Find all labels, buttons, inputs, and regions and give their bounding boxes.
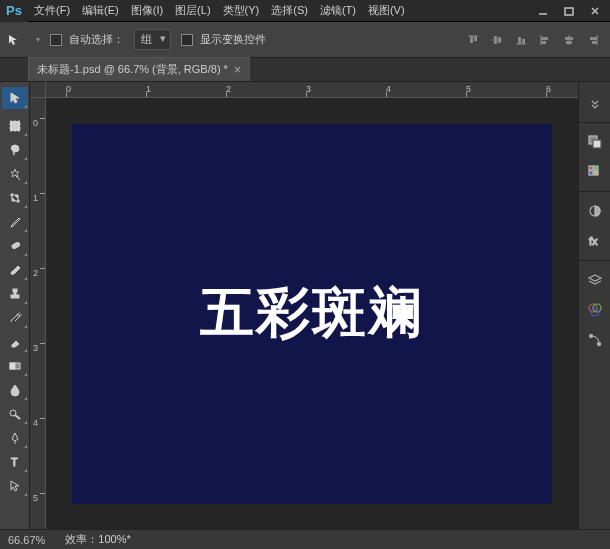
svg-rect-20 — [590, 37, 597, 40]
eraser-tool[interactable] — [2, 331, 28, 353]
menu-select[interactable]: 选择(S) — [265, 0, 314, 21]
svg-rect-5 — [470, 36, 473, 43]
titlebar: Ps 文件(F) 编辑(E) 图像(I) 图层(L) 类型(Y) 选择(S) 滤… — [0, 0, 610, 22]
ruler-horizontal[interactable]: 0123456 — [46, 82, 578, 98]
efficiency-value: 100%* — [98, 533, 130, 545]
menu-filter[interactable]: 滤镜(T) — [314, 0, 362, 21]
menu-edit[interactable]: 编辑(E) — [76, 0, 125, 21]
canvas-area[interactable]: 五彩斑斓 — [46, 98, 578, 529]
align-bottom-icon[interactable] — [510, 29, 532, 51]
svg-rect-14 — [541, 37, 548, 40]
svg-rect-8 — [494, 36, 497, 44]
tools-panel: T — [0, 82, 30, 529]
adjustments-panel-icon[interactable] — [583, 199, 607, 223]
auto-select-label: 自动选择： — [69, 33, 124, 45]
close-button[interactable] — [582, 2, 608, 20]
svg-line-32 — [15, 415, 20, 419]
panel-expand-icon[interactable] — [583, 91, 607, 115]
canvas[interactable]: 五彩斑斓 — [72, 124, 552, 504]
auto-select-checkbox[interactable] — [50, 34, 62, 46]
align-left-icon[interactable] — [534, 29, 556, 51]
type-tool[interactable]: T — [2, 451, 28, 473]
color-panel-icon[interactable] — [583, 130, 607, 154]
svg-rect-1 — [565, 8, 573, 15]
eyedropper-tool[interactable] — [2, 211, 28, 233]
svg-text:fx: fx — [589, 235, 598, 247]
menu-layer[interactable]: 图层(L) — [169, 0, 216, 21]
zoom-level[interactable]: 66.67% — [8, 534, 45, 546]
efficiency-label: 效率： — [65, 533, 98, 545]
svg-text:T: T — [11, 456, 18, 468]
document-tabs: 未标题-1.psd @ 66.7% (背景, RGB/8) * × — [0, 58, 610, 82]
menu-type[interactable]: 类型(Y) — [217, 0, 266, 21]
canvas-wrap: 0123456 012345 五彩斑斓 — [30, 82, 578, 529]
svg-rect-27 — [11, 295, 19, 298]
workspace: T 0123456 012345 五彩斑斓 fx — [0, 82, 610, 529]
collapsed-panels: fx — [578, 82, 610, 529]
menu-bar: 文件(F) 编辑(E) 图像(I) 图层(L) 类型(Y) 选择(S) 滤镜(T… — [28, 0, 530, 21]
svg-rect-36 — [589, 166, 593, 170]
ruler-vertical[interactable]: 012345 — [30, 98, 46, 529]
menu-view[interactable]: 视图(V) — [362, 0, 411, 21]
stamp-tool[interactable] — [2, 283, 28, 305]
maximize-button[interactable] — [556, 2, 582, 20]
minimize-button[interactable] — [530, 2, 556, 20]
swatches-panel-icon[interactable] — [583, 160, 607, 184]
show-transform-label: 显示变换控件 — [200, 33, 266, 45]
pen-tool[interactable] — [2, 427, 28, 449]
heal-tool[interactable] — [2, 235, 28, 257]
ps-logo: Ps — [0, 0, 28, 22]
marquee-tool[interactable] — [2, 115, 28, 137]
align-group — [462, 29, 604, 51]
svg-rect-17 — [565, 37, 573, 40]
history-brush-tool[interactable] — [2, 307, 28, 329]
svg-rect-37 — [594, 166, 598, 170]
ruler-corner — [30, 82, 46, 98]
wand-tool[interactable] — [2, 163, 28, 185]
blur-tool[interactable] — [2, 379, 28, 401]
align-right-icon[interactable] — [582, 29, 604, 51]
svg-rect-18 — [566, 41, 572, 44]
align-hcenter-icon[interactable] — [558, 29, 580, 51]
crop-tool[interactable] — [2, 187, 28, 209]
svg-rect-35 — [593, 140, 601, 148]
styles-panel-icon[interactable]: fx — [583, 229, 607, 253]
svg-rect-15 — [541, 41, 546, 44]
svg-rect-24 — [11, 242, 20, 249]
menu-image[interactable]: 图像(I) — [125, 0, 169, 21]
efficiency[interactable]: 效率：100%* — [65, 532, 130, 547]
svg-rect-39 — [594, 171, 598, 175]
svg-rect-9 — [498, 37, 501, 43]
gradient-tool[interactable] — [2, 355, 28, 377]
paths-panel-icon[interactable] — [583, 328, 607, 352]
layers-panel-icon[interactable] — [583, 268, 607, 292]
lasso-tool[interactable] — [2, 139, 28, 161]
align-vcenter-icon[interactable] — [486, 29, 508, 51]
svg-rect-11 — [518, 37, 521, 44]
svg-rect-6 — [474, 36, 477, 41]
show-transform-checkbox[interactable] — [181, 34, 193, 46]
channels-panel-icon[interactable] — [583, 298, 607, 322]
svg-rect-21 — [592, 41, 597, 44]
svg-rect-22 — [10, 121, 20, 131]
svg-rect-30 — [10, 363, 15, 369]
align-top-icon[interactable] — [462, 29, 484, 51]
auto-select-group: 自动选择： — [50, 32, 124, 47]
tool-preset-dropdown[interactable]: ▾ — [36, 35, 40, 44]
move-tool[interactable] — [2, 87, 28, 109]
menu-file[interactable]: 文件(F) — [28, 0, 76, 21]
document-tab-label: 未标题-1.psd @ 66.7% (背景, RGB/8) * — [37, 62, 228, 77]
status-bar: 66.67% 效率：100%* — [0, 529, 610, 549]
show-transform-group: 显示变换控件 — [181, 32, 266, 47]
svg-rect-12 — [522, 39, 525, 44]
brush-tool[interactable] — [2, 259, 28, 281]
document-tab[interactable]: 未标题-1.psd @ 66.7% (背景, RGB/8) * × — [28, 57, 250, 81]
svg-rect-38 — [589, 171, 593, 175]
auto-select-target[interactable]: 组 — [134, 29, 171, 50]
window-controls — [530, 2, 608, 20]
options-bar: ▾ 自动选择： 组 显示变换控件 — [0, 22, 610, 58]
close-tab-icon[interactable]: × — [234, 63, 241, 77]
move-tool-icon — [6, 32, 22, 48]
dodge-tool[interactable] — [2, 403, 28, 425]
path-select-tool[interactable] — [2, 475, 28, 497]
